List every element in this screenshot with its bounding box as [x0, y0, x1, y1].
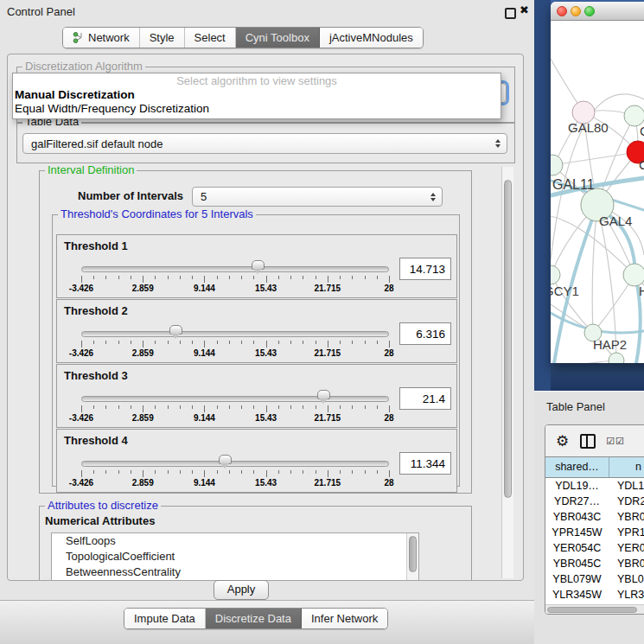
table-row[interactable]: YPR145WYPR1 — [545, 525, 644, 540]
tab-select[interactable]: Select — [185, 28, 236, 48]
cell-shared-name[interactable]: YBL079W — [545, 571, 609, 587]
network-node-label: GAL11 — [552, 177, 595, 192]
cell-name[interactable]: YER0 — [609, 540, 644, 556]
cell-shared-name[interactable]: YLR345W — [545, 587, 609, 603]
slider-track[interactable] — [81, 266, 389, 272]
panel-scrollbar[interactable] — [501, 167, 513, 578]
cell-shared-name[interactable]: YBR045C — [545, 556, 609, 571]
tab-label: Impute Data — [134, 612, 195, 625]
slider-thumb[interactable] — [219, 455, 232, 464]
tick-mark — [340, 276, 341, 279]
threshold-value-field[interactable]: 11.344 — [399, 452, 451, 475]
cell-shared-name[interactable]: YDR27… — [545, 494, 609, 509]
close-icon[interactable]: ✖ — [520, 3, 529, 16]
tick-mark — [217, 341, 218, 344]
gear-icon[interactable]: ⚙ — [556, 432, 569, 450]
tick-mark — [105, 276, 106, 279]
threshold-slider[interactable]: -3.4262.8599.14415.4321.71528 — [81, 263, 389, 294]
slider-track[interactable] — [81, 331, 389, 337]
tick-label: 28 — [384, 284, 393, 293]
slider-thumb[interactable] — [169, 325, 182, 335]
tick-mark — [328, 276, 328, 283]
table-row[interactable]: YER054CYER0 — [545, 540, 644, 556]
tab-jactivemnodules[interactable]: jActiveMNodules — [320, 28, 423, 48]
scrollbar-thumb[interactable] — [504, 180, 512, 498]
table-row[interactable]: YBL079WYBL0 — [545, 571, 644, 587]
traffic-light-close-icon[interactable] — [557, 6, 567, 16]
cell-name[interactable]: YBL0 — [609, 571, 644, 587]
table-hscrollbar[interactable] — [545, 604, 644, 615]
cell-shared-name[interactable]: YBR043C — [545, 509, 609, 525]
threshold-slider[interactable]: -3.4262.8599.14415.4321.71528 — [81, 392, 389, 424]
tick-mark — [81, 276, 82, 283]
slider-thumb[interactable] — [317, 390, 330, 399]
scrollbar-thumb[interactable] — [547, 607, 637, 613]
algorithm-option[interactable]: Equal Width/Frequency Discretization — [13, 102, 501, 116]
cell-shared-name[interactable]: YDL19… — [545, 478, 609, 494]
cell-name[interactable]: YPR1 — [609, 525, 644, 540]
network-edge[interactable] — [552, 152, 638, 165]
threshold-value-field[interactable]: 21.4 — [399, 387, 451, 410]
cell-name[interactable]: YDR2 — [609, 494, 644, 509]
tab-discretize-data[interactable]: Discretize Data — [206, 609, 302, 628]
cell-name[interactable]: YLR3 — [609, 587, 644, 603]
algorithm-option[interactable]: Manual Discretization — [13, 88, 501, 102]
table-row[interactable]: YDL19…YDL1 — [545, 478, 644, 494]
slider-tick-labels: -3.4262.8599.14415.4321.71528 — [81, 478, 389, 488]
table-panel-title: Table Panel — [546, 400, 605, 413]
threshold-value-field[interactable]: 6.316 — [399, 322, 451, 345]
tick-label: -3.426 — [69, 284, 93, 293]
tick-mark — [229, 276, 230, 279]
network-node[interactable] — [551, 265, 560, 284]
tab-cyni-toolbox[interactable]: Cyni Toolbox — [236, 28, 320, 48]
table-window: ⚙ ☑☑ shared… n YDL19…YDL1YDR27…YDR2YBR04… — [545, 424, 644, 615]
slider-tick-labels: -3.4262.8599.14415.4321.71528 — [81, 348, 389, 359]
tab-impute-data[interactable]: Impute Data — [124, 609, 206, 628]
number-of-intervals-combobox[interactable]: 5 — [192, 187, 443, 207]
algorithm-dropdown-popup: Select algorithm to view settings Manual… — [12, 73, 501, 119]
tick-mark — [340, 405, 341, 409]
cell-name[interactable]: YBR0 — [609, 509, 644, 525]
apply-button[interactable]: Apply — [214, 580, 269, 600]
network-graph[interactable]: GAL80GCGAL11GAL4GCY1HHAP2 — [551, 21, 644, 363]
table-row[interactable]: YLR345WYLR3 — [545, 587, 644, 603]
table-row[interactable]: YBR045CYBR0 — [545, 556, 644, 571]
tick-mark — [316, 470, 316, 474]
threshold-slider[interactable]: -3.4262.8599.14415.4321.71528 — [81, 457, 389, 488]
slider-thumb[interactable] — [252, 260, 265, 270]
tick-mark — [143, 276, 143, 283]
tab-network[interactable]: Network — [63, 28, 140, 48]
checkbox-icons[interactable]: ☑☑ — [606, 436, 625, 447]
threshold-value-field[interactable]: 14.713 — [399, 258, 451, 280]
tab-infer-network[interactable]: Infer Network — [302, 609, 387, 628]
split-columns-icon[interactable] — [580, 434, 596, 449]
cell-shared-name[interactable]: YER054C — [545, 540, 609, 556]
attribute-item[interactable]: SelfLoops — [52, 533, 418, 549]
network-window-titlebar[interactable] — [551, 2, 644, 21]
scrollbar-thumb[interactable] — [409, 536, 417, 572]
table-row[interactable]: YBR043CYBR0 — [545, 509, 644, 525]
slider-track[interactable] — [81, 461, 389, 467]
network-canvas[interactable]: GAL80GCGAL11GAL4GCY1HHAP2 — [551, 21, 644, 363]
tick-mark — [93, 341, 94, 344]
attribute-item[interactable]: TopologicalCoefficient — [52, 549, 418, 564]
float-window-icon[interactable] — [505, 8, 516, 19]
threshold-slider[interactable]: -3.4262.8599.14415.4321.71528 — [81, 328, 389, 359]
table-data-combobox[interactable]: galFiltered.sif default node — [22, 133, 507, 154]
slider-track[interactable] — [81, 396, 389, 402]
attributes-scrollbar[interactable] — [406, 533, 418, 581]
cell-name[interactable]: YDL1 — [609, 478, 644, 494]
network-edge[interactable] — [592, 205, 597, 333]
cell-shared-name[interactable]: YPR145W — [545, 525, 609, 540]
column-header-name[interactable]: n — [609, 457, 644, 477]
tab-style[interactable]: Style — [140, 28, 185, 48]
traffic-light-minimize-icon[interactable] — [571, 6, 581, 16]
tick-mark — [253, 405, 254, 409]
attribute-item[interactable]: BetweennessCentrality — [52, 564, 418, 580]
attributes-list[interactable]: SelfLoopsTopologicalCoefficientBetweenne… — [51, 532, 419, 581]
network-edge[interactable] — [551, 360, 616, 363]
cell-name[interactable]: YBR0 — [609, 556, 644, 571]
column-header-shared-name[interactable]: shared… — [545, 457, 609, 477]
traffic-light-zoom-icon[interactable] — [584, 6, 595, 16]
table-row[interactable]: YDR27…YDR2 — [545, 494, 644, 509]
